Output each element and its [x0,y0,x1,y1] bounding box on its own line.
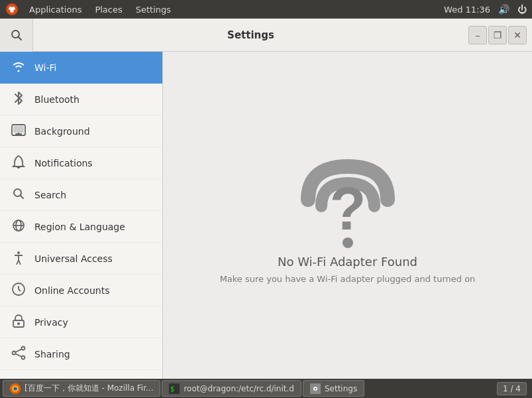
sidebar-label-universal-access: Universal Access [34,253,113,264]
svg-point-19 [22,346,25,350]
no-wifi-subtitle: Make sure you have a Wi-Fi adapter plugg… [220,274,476,284]
taskbar-right: 1 / 4 [497,382,529,395]
sharing-icon [11,346,27,363]
settings-taskbar-label: Settings [325,384,357,393]
terminal-icon: $ [169,383,180,394]
sidebar-item-privacy[interactable]: Privacy [0,306,162,338]
volume-icon[interactable]: 🔊 [498,4,509,15]
sidebar-label-wifi: Wi-Fi [34,62,56,73]
sidebar-item-region[interactable]: Region & Language [0,211,162,243]
search-icon [11,187,27,203]
svg-text:$: $ [170,385,174,393]
settings-icon [310,383,321,394]
applications-menu[interactable]: Applications [24,3,87,16]
svg-point-18 [17,322,20,325]
no-wifi-illustration: ? [295,147,401,255]
sidebar: Wi-Fi Bluetooth [0,52,163,379]
settings-menu[interactable]: Settings [131,3,176,16]
window-controls: – ❐ ✕ [468,26,532,44]
sidebar-label-notifications: Notifications [34,158,93,168]
sidebar-item-universal-access[interactable]: Universal Access [0,243,162,275]
sidebar-item-sharing[interactable]: Sharing [0,338,162,370]
no-wifi-svg: ? [295,147,401,253]
main-panel: ? No Wi-Fi Adapter Found Make sure you h… [163,52,532,379]
topbar-left: Applications Places Settings [5,3,176,16]
topbar: Applications Places Settings Wed 11:36 🔊… [0,0,532,19]
svg-line-12 [21,195,24,198]
sidebar-label-region: Region & Language [34,222,125,232]
sidebar-label-online-accounts: Online Accounts [34,285,109,296]
region-icon [11,219,27,235]
svg-point-3 [13,10,16,13]
svg-line-23 [15,354,21,357]
svg-point-2 [11,5,13,7]
taskbar: [百度一下，你就知道 - Mozilla Fir... $ root@drago… [0,379,532,398]
sidebar-item-bluetooth[interactable]: Bluetooth [0,84,162,115]
sidebar-item-search[interactable]: Search [0,179,162,211]
workspace-pager[interactable]: 1 / 4 [497,382,527,395]
minimize-button[interactable]: – [468,26,487,44]
sidebar-item-background[interactable]: Background [0,115,162,147]
firefox-icon [10,383,21,394]
taskbar-item-settings[interactable]: Settings [303,380,364,397]
topbar-right: Wed 11:36 🔊 ⏻ [444,4,527,15]
wifi-icon [11,60,27,75]
content-area: Wi-Fi Bluetooth [0,52,532,379]
sidebar-item-notifications[interactable]: Notifications [0,147,162,179]
sidebar-label-bluetooth: Bluetooth [34,94,80,105]
restore-button[interactable]: ❐ [488,26,507,44]
sidebar-item-wifi[interactable]: Wi-Fi [0,52,162,84]
sidebar-label-privacy: Privacy [34,317,68,328]
sidebar-label-background: Background [34,126,90,137]
background-icon [11,124,27,139]
svg-point-21 [22,356,25,359]
firefox-label: [百度一下，你就知道 - Mozilla Fir... [25,383,153,394]
online-accounts-icon [11,282,27,299]
close-button[interactable]: ✕ [508,26,527,44]
places-menu[interactable]: Places [89,3,127,16]
svg-point-16 [17,251,20,254]
svg-point-20 [13,351,16,354]
svg-point-28 [14,387,17,390]
terminal-label: root@dragon:/etc/rc.d/init.d [184,384,294,393]
search-button[interactable] [0,19,33,52]
power-icon[interactable]: ⏻ [517,4,527,15]
window-title: Settings [33,29,468,41]
taskbar-item-terminal[interactable]: $ root@dragon:/etc/rc.d/init.d [162,380,301,397]
sidebar-label-sharing: Sharing [34,349,70,360]
taskbar-item-firefox[interactable]: [百度一下，你就知道 - Mozilla Fir... [3,380,160,397]
clock: Wed 11:36 [444,5,490,15]
os-logo [5,3,19,16]
privacy-icon [11,314,27,331]
svg-text:?: ? [329,176,366,242]
svg-line-6 [18,36,21,40]
svg-point-33 [314,387,316,389]
svg-rect-8 [13,126,24,133]
svg-point-4 [8,10,11,13]
no-wifi-title: No Wi-Fi Adapter Found [278,255,417,269]
svg-point-25 [343,237,353,248]
notifications-icon [11,155,27,172]
settings-window: Settings – ❐ ✕ Wi-Fi [0,19,532,379]
universal-access-icon [11,250,27,267]
bluetooth-icon [11,91,27,108]
sidebar-item-online-accounts[interactable]: Online Accounts [0,275,162,306]
sidebar-label-search: Search [34,190,66,200]
titlebar: Settings – ❐ ✕ [0,19,532,52]
svg-line-22 [15,349,21,352]
